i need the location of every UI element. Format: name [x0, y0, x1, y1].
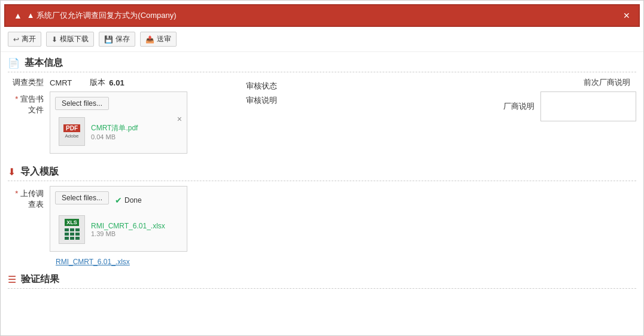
import-section-header: ⬇ 导入模版	[1, 161, 643, 181]
pdf-file-icon: PDF Adobe	[59, 117, 85, 146]
leave-icon: ↩	[13, 35, 19, 44]
xlsx-file-name: RMI_CMRT_6.01_.xlsx	[91, 222, 180, 230]
xlsx-grid-svg	[63, 227, 80, 240]
svg-rect-1	[70, 228, 74, 231]
upload-top-row: Select files... ✔ Done	[55, 191, 182, 209]
svg-rect-2	[75, 228, 80, 231]
prev-vendor-label-row: 前次厂商说明	[584, 77, 636, 88]
xlsx-file-info: RMI_CMRT_6.01_.xlsx 1.39 MB	[91, 222, 180, 237]
upload-file-box: Select files... ✔ Done XLS	[50, 186, 187, 252]
alert-banner: ▲ ▲ 系统厂仅允许调查回复方式为(Company) ✕	[4, 4, 640, 27]
pdf-file-size: 0.04 MB	[91, 133, 180, 140]
toolbar: ↩ 离开 ⬇ 模版下载 💾 保存 📤 送审	[1, 27, 643, 52]
alert-close-button[interactable]: ✕	[623, 11, 630, 20]
survey-type-row: 调查类型 CMRT 版本 6.01	[8, 77, 241, 88]
xlsx-file-icon: XLS	[59, 215, 85, 244]
done-check-icon: ✔	[115, 196, 122, 205]
download-icon: ⬇	[51, 35, 57, 44]
template-download-button[interactable]: ⬇ 模版下载	[46, 32, 94, 47]
validation-divider	[8, 288, 636, 289]
submit-icon: 📤	[145, 35, 154, 44]
xlsx-file-size: 1.39 MB	[91, 230, 180, 237]
pdf-file-info: CMRT清单.pdf 0.04 MB	[91, 123, 180, 140]
alert-icon: ▲	[14, 11, 22, 20]
done-label: Done	[124, 196, 142, 204]
prev-vendor-label: 前次厂商说明	[584, 77, 636, 88]
vendor-label-row: 厂商说明	[503, 91, 636, 121]
svg-rect-5	[75, 233, 80, 236]
svg-rect-0	[65, 228, 69, 231]
done-badge: ✔ Done	[115, 196, 142, 205]
left-column: 调查类型 CMRT 版本 6.01 宣告书文件 Select files... …	[8, 77, 241, 158]
alert-message: ▲ 系统厂仅允许调查回复方式为(Company)	[27, 10, 177, 21]
pdf-adobe: Adobe	[65, 133, 78, 139]
basic-info-header: 📄 基本信息	[1, 52, 643, 72]
save-button[interactable]: 💾 保存	[99, 32, 135, 47]
review-status-label: 审核状态	[246, 80, 282, 91]
xlsx-label: XLS	[65, 219, 79, 226]
right-col-inner: 前次厂商说明 厂商说明	[503, 77, 636, 121]
version-section: 版本 6.01	[90, 77, 124, 88]
mid-column: 审核状态 审核说明	[241, 77, 373, 158]
right-column: 前次厂商说明 厂商说明	[373, 77, 636, 158]
svg-rect-6	[65, 237, 69, 240]
pdf-file-item: PDF Adobe CMRT清单.pdf 0.04 MB ×	[55, 115, 182, 148]
basic-info-icon: 📄	[8, 57, 20, 69]
svg-rect-3	[65, 233, 69, 236]
pdf-file-name: CMRT清单.pdf	[91, 123, 180, 133]
basic-info-title: 基本信息	[25, 57, 63, 69]
validation-header: ☰ 验证结果	[8, 271, 636, 288]
import-icon: ⬇	[8, 166, 16, 178]
vendor-textarea[interactable]	[540, 91, 636, 121]
xlsx-file-item: XLS	[55, 213, 182, 246]
xlsx-file-link[interactable]: RMI_CMRT_6.01_.xlsx	[56, 258, 130, 266]
pdf-remove-button[interactable]: ×	[177, 115, 182, 123]
review-note-row: 审核说明	[246, 94, 373, 106]
review-note-label: 审核说明	[246, 94, 282, 106]
template-download-label: 模版下载	[60, 34, 89, 44]
declaration-label: 宣告书文件	[8, 91, 50, 115]
leave-label: 离开	[22, 34, 36, 44]
import-divider	[8, 181, 636, 181]
upload-select-files-button[interactable]: Select files...	[55, 191, 109, 204]
declaration-select-files-button[interactable]: Select files...	[55, 97, 109, 110]
upload-label: 上传调查表	[8, 186, 50, 210]
import-section: 上传调查表 Select files... ✔ Done XLS	[1, 186, 643, 266]
version-label: 版本	[90, 77, 105, 88]
pdf-thumb: PDF Adobe	[57, 117, 86, 146]
alert-content: ▲ ▲ 系统厂仅允许调查回复方式为(Company)	[14, 10, 177, 21]
survey-type-value: CMRT	[50, 78, 72, 87]
declaration-row: 宣告书文件 Select files... PDF Adobe CMRT清单.p…	[8, 91, 241, 154]
save-icon: 💾	[104, 35, 113, 44]
validation-section: ☰ 验证结果	[1, 271, 643, 289]
validation-icon: ☰	[8, 274, 16, 285]
declaration-upload-box: Select files... PDF Adobe CMRT清单.pdf 0.0…	[50, 91, 187, 154]
validation-title: 验证结果	[21, 273, 59, 286]
upload-row: 上传调查表 Select files... ✔ Done XLS	[8, 186, 636, 252]
version-value: 6.01	[109, 78, 124, 87]
pdf-label: PDF	[63, 124, 80, 132]
survey-type-label: 调查类型	[8, 77, 50, 88]
svg-rect-8	[75, 237, 80, 240]
xlsx-thumb: XLS	[57, 215, 86, 244]
save-label: 保存	[116, 34, 130, 44]
leave-button[interactable]: ↩ 离开	[8, 32, 41, 47]
page-wrapper: ▲ ▲ 系统厂仅允许调查回复方式为(Company) ✕ ↩ 离开 ⬇ 模版下载…	[0, 0, 644, 336]
review-status-row: 审核状态	[246, 80, 373, 91]
svg-rect-4	[70, 233, 74, 236]
vendor-label: 厂商说明	[503, 101, 540, 112]
submit-label: 送审	[157, 34, 171, 44]
submit-button[interactable]: 📤 送审	[140, 32, 177, 47]
basic-info-divider	[8, 72, 636, 72]
svg-rect-7	[70, 237, 74, 240]
basic-info-form: 调查类型 CMRT 版本 6.01 宣告书文件 Select files... …	[1, 77, 643, 158]
import-section-title: 导入模版	[20, 166, 59, 178]
